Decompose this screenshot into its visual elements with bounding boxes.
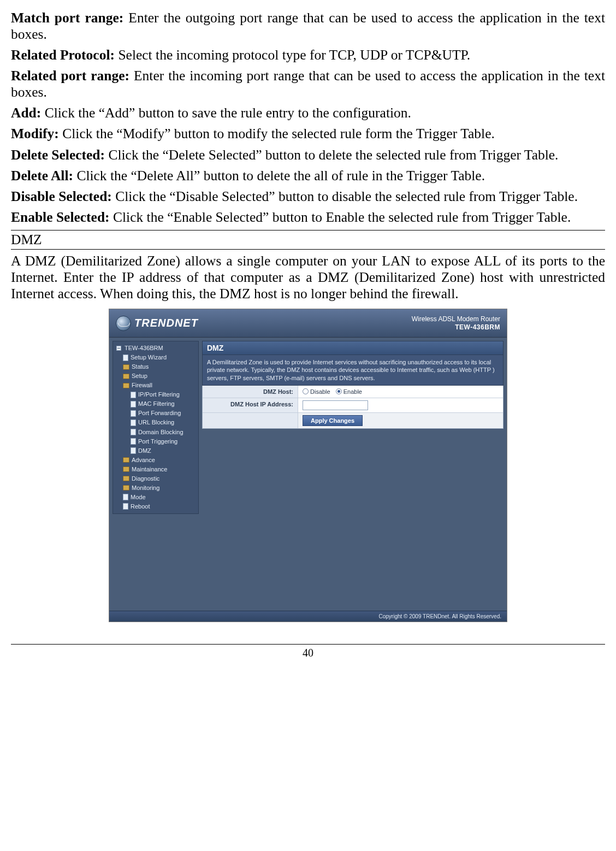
folder-icon — [123, 374, 129, 379]
nav-item-domain-blocking[interactable]: Domain Blocking — [115, 428, 196, 437]
nav-item-setup-wizard[interactable]: Setup Wizard — [115, 353, 196, 362]
nav-item-status[interactable]: Status — [115, 362, 196, 371]
nav-panel: TEW-436BRM Setup Wizard Status Setup Fir… — [109, 338, 202, 611]
page-icon — [131, 392, 136, 398]
definition-item: Disable Selected: Click the “Disable Sel… — [11, 188, 605, 205]
definition-item: Match port range: Enter the outgoing por… — [11, 10, 605, 43]
collapse-icon — [116, 346, 121, 351]
nav-item-dmz[interactable]: DMZ — [115, 446, 196, 456]
nav-item-firewall[interactable]: Firewall — [115, 381, 196, 390]
dmz-paragraph: A DMZ (Demilitarized Zone) allows a sing… — [11, 253, 605, 302]
definition-item: Add: Click the “Add” button to save the … — [11, 105, 605, 121]
page-icon — [123, 354, 128, 361]
nav-item-setup[interactable]: Setup — [115, 371, 196, 381]
router-footer: Copyright © 2009 TRENDnet. All Rights Re… — [109, 611, 507, 622]
radio-icon — [303, 388, 309, 394]
nav-item-advance[interactable]: Advance — [115, 456, 196, 465]
router-header: TRENDNET Wireless ADSL Modem Router TEW-… — [109, 309, 507, 338]
folder-icon — [123, 383, 129, 388]
nav-item-mode[interactable]: Mode — [115, 493, 196, 502]
radio-icon — [336, 388, 342, 394]
nav-item-monitoring[interactable]: Monitoring — [115, 483, 196, 493]
page-icon — [131, 429, 136, 435]
nav-item-diagnostic[interactable]: Diagnostic — [115, 474, 196, 483]
product-title: Wireless ADSL Modem Router TEW-436BRM — [412, 315, 500, 332]
nav-item-reboot[interactable]: Reboot — [115, 502, 196, 511]
folder-icon — [123, 364, 129, 370]
brand-name: TRENDNET — [134, 317, 198, 329]
folder-icon — [123, 485, 129, 490]
dmz-host-label: DMZ Host: — [203, 386, 298, 398]
folder-icon — [123, 457, 129, 463]
definition-item: Modify: Click the “Modify” button to mod… — [11, 126, 605, 142]
folder-icon — [123, 476, 129, 481]
definition-item: Related port range: Enter the incoming p… — [11, 68, 605, 101]
nav-item-ipport-filtering[interactable]: IP/Port Filtering — [115, 390, 196, 399]
definition-item: Delete Selected: Click the “Delete Selec… — [11, 147, 605, 163]
page-icon — [123, 494, 128, 500]
content-panel: DMZ A Demilitarized Zone is used to prov… — [202, 338, 507, 611]
nav-item-url-blocking[interactable]: URL Blocking — [115, 418, 196, 427]
apply-changes-button[interactable]: Apply Changes — [303, 415, 363, 426]
page-icon — [131, 419, 136, 426]
section-heading-dmz: DMZ — [11, 230, 605, 250]
nav-item-mac-filtering[interactable]: MAC Filtering — [115, 399, 196, 409]
definition-item: Delete All: Click the “Delete All” butto… — [11, 168, 605, 184]
page-icon — [131, 447, 136, 454]
nav-item-port-triggering[interactable]: Port Triggering — [115, 437, 196, 446]
dmz-disable-radio[interactable]: Disable — [303, 388, 330, 395]
nav-root[interactable]: TEW-436BRM — [115, 344, 196, 353]
panel-description: A Demilitarized Zone is used to provide … — [202, 355, 504, 386]
dmz-form: DMZ Host: Disable Enable — [202, 386, 504, 429]
router-screenshot: TRENDNET Wireless ADSL Modem Router TEW-… — [109, 309, 507, 622]
panel-title: DMZ — [202, 341, 504, 355]
page-icon — [123, 503, 128, 510]
dmz-enable-radio[interactable]: Enable — [336, 388, 362, 395]
nav-item-port-forwarding[interactable]: Port Forwarding — [115, 409, 196, 418]
definition-item: Enable Selected: Click the “Enable Selec… — [11, 209, 605, 226]
page-number: 40 — [11, 644, 605, 659]
folder-icon — [123, 466, 129, 472]
nav-item-maintainance[interactable]: Maintainance — [115, 465, 196, 474]
definition-item: Related Protocol: Select the incoming pr… — [11, 47, 605, 63]
page-icon — [131, 410, 136, 417]
dmz-ip-label: DMZ Host IP Address: — [203, 398, 298, 412]
page-icon — [131, 438, 136, 445]
page-icon — [131, 401, 136, 407]
dmz-ip-input[interactable] — [303, 400, 368, 410]
trendnet-logo-icon — [116, 316, 131, 331]
